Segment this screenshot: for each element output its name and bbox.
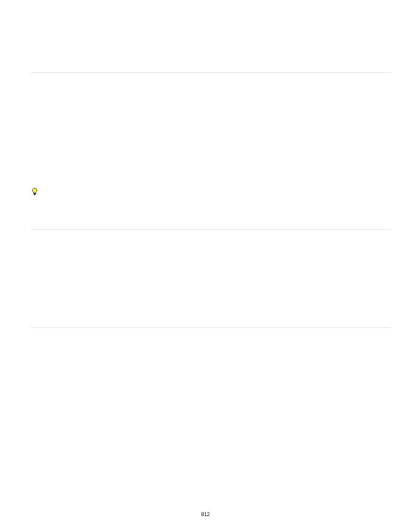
svg-rect-2 <box>34 194 35 195</box>
horizontal-rule <box>31 72 391 73</box>
horizontal-rule <box>31 230 391 230</box>
page-number: 812 <box>0 511 411 517</box>
lightbulb-icon <box>32 188 37 195</box>
horizontal-rule <box>31 327 391 328</box>
